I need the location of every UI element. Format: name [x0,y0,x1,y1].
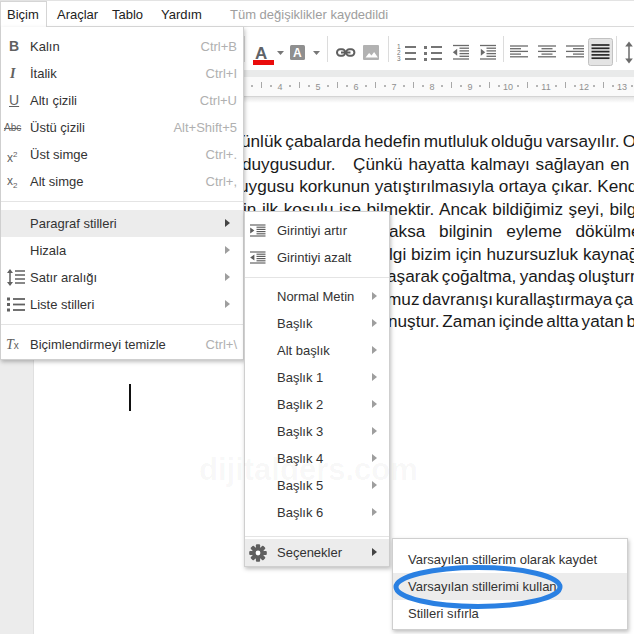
svg-text:3: 3 [397,55,401,62]
svg-text:8: 8 [429,82,434,92]
svg-text:6: 6 [353,82,358,92]
svg-text:11: 11 [541,82,550,92]
svg-text:13: 13 [617,82,627,92]
svg-text:9: 9 [467,82,472,92]
svg-text:4: 4 [277,82,282,92]
svg-text:7: 7 [391,82,396,92]
svg-text:5: 5 [315,82,320,92]
svg-text:10: 10 [503,82,513,92]
svg-text:A: A [293,46,302,60]
svg-text:12: 12 [579,82,589,92]
